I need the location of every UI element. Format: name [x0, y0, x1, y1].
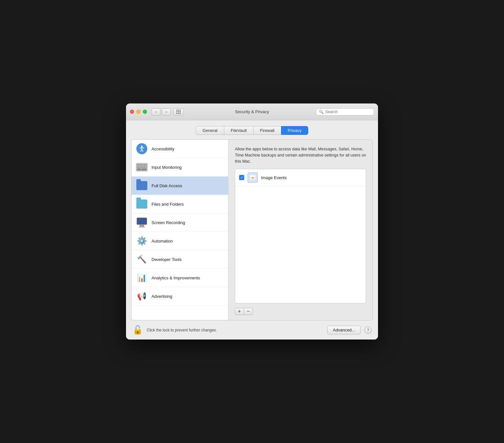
apps-list: ✓ A Image Events [235, 169, 366, 303]
remove-app-button[interactable]: − [244, 308, 253, 315]
tab-firewall[interactable]: Firewall [253, 126, 281, 135]
sidebar-label-input-monitoring: Input Monitoring [152, 165, 182, 170]
sidebar-label-developer-tools: Developer Tools [152, 257, 182, 262]
sidebar-item-input-monitoring[interactable]: Input Monitoring [131, 158, 228, 177]
full-disk-access-icon [136, 180, 148, 191]
nav-buttons: ‹ › [152, 108, 171, 115]
add-app-button[interactable]: + [235, 308, 244, 315]
lock-text: Click the lock to prevent further change… [147, 328, 323, 332]
minimize-button[interactable] [136, 110, 141, 114]
accessibility-icon [136, 143, 148, 155]
help-button[interactable]: ? [364, 327, 372, 334]
grid-icon [176, 110, 181, 114]
files-and-folders-icon [136, 198, 148, 210]
main-content: Accessibility Input Monitoring [131, 139, 373, 320]
sidebar: Accessibility Input Monitoring [131, 140, 228, 320]
tab-general[interactable]: General [196, 126, 224, 135]
analytics-icon: 📊 [136, 272, 148, 284]
app-checkbox-image-events[interactable]: ✓ [239, 175, 244, 180]
sidebar-item-full-disk-access[interactable]: Full Disk Access [131, 177, 228, 195]
lock-icon[interactable]: 🔓 [132, 325, 143, 335]
grid-button[interactable] [173, 108, 184, 115]
sidebar-label-automation: Automation [152, 239, 173, 243]
search-icon: 🔍 [319, 110, 324, 114]
advertising-icon: 📢 [136, 290, 148, 302]
svg-text:A: A [251, 176, 254, 180]
tab-privacy[interactable]: Privacy [281, 126, 309, 135]
svg-line-3 [141, 149, 142, 152]
right-panel: Allow the apps below to access data like… [228, 140, 373, 320]
sidebar-label-analytics: Analytics & Improvements [152, 276, 200, 280]
app-name-image-events: Image Events [261, 175, 287, 180]
search-bar[interactable]: 🔍 [316, 108, 374, 115]
sidebar-label-accessibility: Accessibility [152, 146, 174, 151]
sidebar-label-full-disk-access: Full Disk Access [152, 183, 182, 188]
traffic-lights [130, 110, 147, 114]
maximize-button[interactable] [143, 110, 147, 114]
sidebar-label-advertising: Advertising [152, 294, 172, 299]
list-controls: + − [235, 308, 366, 315]
image-events-icon: A [247, 172, 258, 183]
list-item[interactable]: ✓ A Image Events [235, 169, 366, 186]
close-button[interactable] [130, 110, 134, 114]
sidebar-label-files-and-folders: Files and Folders [152, 202, 184, 207]
search-input[interactable] [325, 110, 371, 114]
sidebar-item-automation[interactable]: ⚙️ Automation [131, 232, 228, 250]
sidebar-item-files-and-folders[interactable]: Files and Folders [131, 195, 228, 213]
sidebar-label-screen-recording: Screen Recording [152, 220, 185, 225]
svg-point-0 [141, 146, 143, 147]
sidebar-item-accessibility[interactable]: Accessibility [131, 140, 228, 158]
developer-tools-icon: 🔨 [136, 254, 148, 265]
automation-icon: ⚙️ [136, 235, 148, 247]
back-button[interactable]: ‹ [152, 108, 161, 115]
tabs-bar: General FileVault Firewall Privacy [126, 120, 378, 139]
description-text: Allow the apps below to access data like… [235, 146, 366, 164]
screen-recording-icon [136, 217, 148, 228]
svg-line-4 [142, 149, 143, 152]
advanced-button[interactable]: Advanced... [327, 326, 361, 334]
titlebar: ‹ › Security & Privacy 🔍 [126, 103, 378, 120]
input-monitoring-icon [136, 161, 148, 173]
sidebar-item-developer-tools[interactable]: 🔨 Developer Tools [131, 250, 228, 269]
forward-button[interactable]: › [162, 108, 171, 115]
tab-filevault[interactable]: FileVault [224, 126, 253, 135]
sidebar-item-screen-recording[interactable]: Screen Recording [131, 213, 228, 232]
window-title: Security & Privacy [235, 109, 269, 114]
sidebar-item-analytics[interactable]: 📊 Analytics & Improvements [131, 269, 228, 287]
bottom-bar: 🔓 Click the lock to prevent further chan… [126, 320, 378, 340]
main-window: ‹ › Security & Privacy 🔍 General FileVau… [126, 103, 378, 340]
sidebar-item-advertising[interactable]: 📢 Advertising [131, 287, 228, 306]
